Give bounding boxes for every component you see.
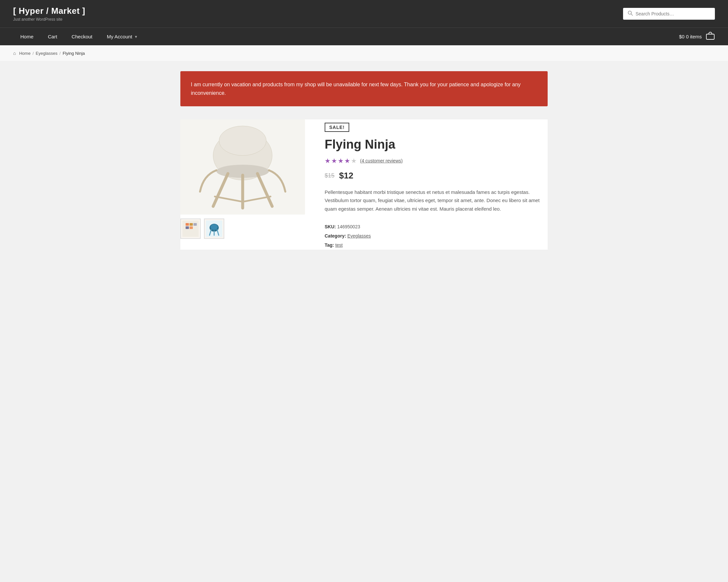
site-title: [ Hyper / Market ] [13,6,85,16]
svg-rect-15 [186,226,189,229]
product-main-image[interactable] [180,120,305,214]
star-4: ★ [344,157,350,165]
breadcrumb-current: Flying Ninja [62,51,85,56]
breadcrumb-home[interactable]: Home [19,51,30,56]
breadcrumb-sep-2: / [59,51,61,56]
breadcrumb-sep-1: / [32,51,34,56]
product-description: Pellentesque habitant morbi tristique se… [324,188,548,213]
product-section: SALE! Flying Ninja ★ ★ ★ ★ ★ (4 customer… [180,120,548,250]
svg-rect-13 [189,223,193,226]
thumbnails [180,219,305,239]
tag-link[interactable]: test [335,243,343,248]
star-rating: ★ ★ ★ ★ ★ [324,157,357,165]
meta-sku: SKU: 146950023 [324,222,548,231]
site-branding: [ Hyper / Market ] Just another WordPres… [13,6,85,22]
home-icon: ⌂ [13,51,16,56]
svg-rect-16 [189,226,193,229]
product-meta: SKU: 146950023 Category: Eyeglasses Tag:… [324,222,548,250]
svg-line-7 [257,174,272,206]
nav-home[interactable]: Home [13,28,41,45]
chevron-down-icon: ▼ [134,35,138,39]
search-icon [628,10,633,17]
star-3: ★ [338,157,344,165]
site-tagline: Just another WordPress site [13,17,85,22]
chair-svg [190,123,295,211]
svg-line-1 [631,14,633,16]
breadcrumb-category[interactable]: Eyeglasses [36,51,57,56]
breadcrumb: ⌂ Home / Eyeglasses / Flying Ninja [0,45,728,61]
star-5: ★ [351,157,357,165]
svg-rect-12 [186,223,189,226]
thumbnail-2[interactable] [204,219,224,239]
search-form[interactable] [623,8,715,20]
svg-line-9 [215,197,241,201]
main-content: I am currently on vacation and products … [167,61,561,269]
nav-links: Home Cart Checkout My Account ▼ [13,28,145,45]
product-images [180,120,305,239]
svg-line-6 [213,174,228,206]
rating-row: ★ ★ ★ ★ ★ (4 customer reviews) [324,157,548,165]
svg-line-10 [244,197,270,201]
product-title: Flying Ninja [324,137,548,152]
meta-category: Category: Eyeglasses [324,231,548,241]
cart-total: $0 0 items [679,34,702,40]
meta-tag: Tag: test [324,241,548,250]
svg-rect-2 [706,34,714,40]
review-link[interactable]: (4 customer reviews) [360,158,403,163]
svg-rect-14 [193,223,197,226]
nav-checkout[interactable]: Checkout [64,28,99,45]
nav-bar: Home Cart Checkout My Account ▼ $0 0 ite… [0,28,728,45]
nav-cart[interactable]: Cart [41,28,64,45]
svg-point-4 [219,126,266,155]
star-1: ★ [324,157,331,165]
svg-point-19 [210,224,218,230]
original-price: $15 [324,172,335,179]
cart-section: $0 0 items [679,31,715,42]
search-input[interactable] [635,11,710,17]
thumbnail-1[interactable] [180,219,201,239]
nav-my-account[interactable]: My Account ▼ [100,28,145,45]
cart-icon[interactable] [706,31,715,42]
category-link[interactable]: Eyeglasses [347,233,371,238]
product-info: SALE! Flying Ninja ★ ★ ★ ★ ★ (4 customer… [324,120,548,250]
sale-badge: SALE! [324,123,349,132]
vacation-banner: I am currently on vacation and products … [180,71,548,106]
star-2: ★ [331,157,337,165]
price-row: $15 $12 [324,171,548,181]
sale-price: $12 [339,171,353,181]
